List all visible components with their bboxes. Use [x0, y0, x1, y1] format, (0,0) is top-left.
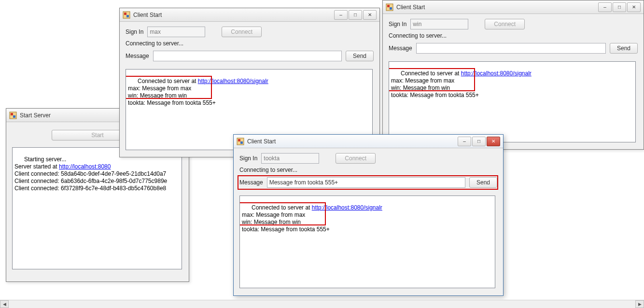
svg-rect-7 [387, 5, 390, 7]
client-win-log: Connected to server at http://localhost:… [389, 61, 636, 142]
svg-rect-5 [126, 15, 129, 17]
minimize-button[interactable]: – [598, 2, 612, 12]
message-input[interactable] [416, 43, 606, 54]
svg-rect-10 [238, 139, 240, 141]
app-icon [123, 11, 130, 19]
svg-rect-1 [11, 113, 13, 115]
connect-button[interactable]: Connect [336, 153, 376, 164]
server-url-link[interactable]: http://localhost:8080 [59, 163, 111, 170]
message-label: Message [126, 53, 149, 59]
client-win-titlebar[interactable]: Client Start – □ ✕ [383, 0, 644, 14]
message-label: Message [389, 45, 412, 52]
client-max-titlebar[interactable]: Client Start – □ ✕ [120, 8, 379, 22]
close-button[interactable]: ✕ [627, 2, 641, 12]
minimize-button[interactable]: – [334, 10, 348, 20]
signalr-url-link[interactable]: http://localhost:8080/signalr [461, 70, 532, 77]
connect-button[interactable]: Connect [222, 27, 262, 37]
send-button[interactable]: Send [610, 43, 638, 54]
client-tookta-log: Connected to server at http://localhost:… [239, 196, 495, 288]
signin-input[interactable] [147, 27, 205, 37]
signalr-url-link[interactable]: http://localhost:8080/signalr [312, 204, 382, 211]
scroll-left-icon[interactable]: ◀ [0, 300, 9, 308]
signin-label: Sign In [239, 155, 257, 162]
signin-input[interactable] [410, 19, 468, 29]
message-input[interactable] [267, 177, 465, 188]
signin-label: Sign In [126, 28, 143, 35]
maximize-button[interactable]: □ [472, 137, 486, 146]
server-log: Starting server... Server started at htt… [12, 147, 182, 269]
client-tookta-titlebar[interactable]: Client Start – □ ✕ [234, 135, 503, 148]
status-text: Connecting to server... [239, 167, 497, 173]
send-button[interactable]: Send [346, 51, 374, 61]
status-text: Connecting to server... [126, 40, 374, 47]
message-label: Message [239, 179, 263, 186]
close-button[interactable]: ✕ [363, 10, 377, 20]
horizontal-scrollbar[interactable]: ◀ ▶ [0, 300, 644, 308]
signin-label: Sign In [389, 21, 406, 28]
status-text: Connecting to server... [389, 32, 638, 39]
message-input[interactable] [153, 51, 342, 61]
connect-button[interactable]: Connect [485, 19, 525, 29]
signalr-url-link[interactable]: http://localhost:8080/signalr [198, 78, 268, 84]
scroll-right-icon[interactable]: ▶ [635, 300, 644, 308]
close-button[interactable]: ✕ [487, 137, 500, 146]
client-tookta-title: Client Start [247, 138, 458, 145]
app-icon [237, 138, 244, 145]
client-max-title: Client Start [133, 12, 334, 18]
svg-rect-8 [390, 7, 392, 10]
app-icon [386, 3, 393, 11]
maximize-button[interactable]: □ [613, 2, 626, 12]
minimize-button[interactable]: – [458, 137, 471, 146]
send-button[interactable]: Send [469, 177, 497, 188]
client-win-title: Client Start [396, 4, 598, 11]
svg-rect-2 [13, 115, 15, 118]
svg-rect-11 [240, 141, 243, 144]
client-window-tookta: Client Start – □ ✕ Sign In Connect Conne… [233, 134, 504, 296]
signin-input[interactable] [261, 153, 319, 164]
app-icon [9, 112, 17, 119]
client-window-win: Client Start – □ ✕ Sign In Connect Conne… [382, 0, 644, 150]
svg-rect-4 [124, 13, 126, 15]
maximize-button[interactable]: □ [349, 10, 362, 20]
